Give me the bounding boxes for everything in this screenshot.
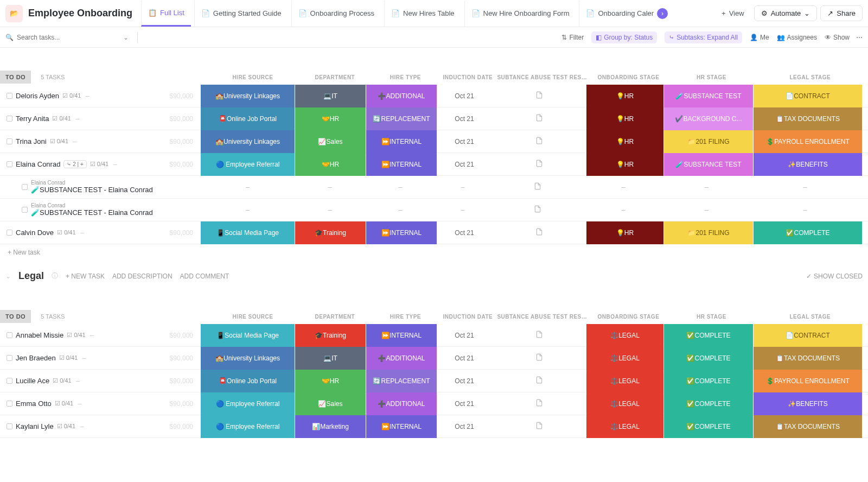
hr-stage-pill[interactable]: ✅COMPLETE	[664, 370, 753, 392]
automate-button[interactable]: ⚙ Automate ⌄	[754, 5, 818, 21]
col-hire-source[interactable]: HIRE SOURCE	[206, 74, 299, 80]
onboarding-stage-pill[interactable]: ⚖️LEGAL	[586, 370, 663, 392]
hire-type-pill[interactable]: 🔄REPLACEMENT	[366, 107, 437, 130]
legal-stage-pill[interactable]: 💲PAYROLL ENROLLMENT	[754, 130, 862, 153]
hire-source-pill[interactable]: 📱Social Media Page	[201, 221, 295, 244]
add-comment-link[interactable]: ADD COMMENT	[180, 272, 229, 280]
onboarding-stage-pill[interactable]: ⚖️LEGAL	[586, 415, 663, 438]
checkbox-icon[interactable]	[7, 423, 12, 429]
department-pill[interactable]: 📊Marketing	[295, 415, 366, 438]
hr-stage-pill[interactable]: ✅COMPLETE	[664, 324, 753, 347]
assignees-button[interactable]: 👥 Assignees	[777, 34, 817, 41]
subtasks-button[interactable]: ⤷ Subtasks: Expand All	[665, 31, 742, 43]
doc-icon[interactable]	[490, 205, 585, 215]
tab-new-hires-table[interactable]: 📄 New Hires Table	[384, 1, 461, 27]
table-row[interactable]: Kaylani Lyle ☑ 0/41 – $90,000 🔵 Employee…	[0, 415, 868, 438]
onboarding-stage-pill[interactable]: ⚖️LEGAL	[586, 347, 663, 370]
checkbox-icon[interactable]	[7, 138, 12, 144]
folder-icon[interactable]: 📂	[5, 5, 23, 22]
onboarding-stage-pill[interactable]: 💡HR	[586, 221, 663, 244]
info-icon[interactable]: ⓘ	[52, 271, 58, 281]
table-row[interactable]: Annabel Missie ☑ 0/41 – $90,000 📱Social …	[0, 324, 868, 347]
new-task-button[interactable]: + New task	[0, 244, 868, 261]
doc-icon[interactable]	[490, 182, 585, 192]
substance-test-doc-icon[interactable]	[492, 91, 586, 101]
hire-source-pill[interactable]: 🔵 Employee Referral	[201, 392, 295, 415]
legal-stage-pill[interactable]: 📋TAX DOCUMENTS	[754, 347, 862, 370]
department-pill[interactable]: 💻IT	[295, 85, 366, 107]
induction-date[interactable]: Oct 21	[437, 161, 492, 168]
hire-type-pill[interactable]: ➕ADDITIONAL	[366, 392, 437, 415]
hr-stage-pill[interactable]: ✅COMPLETE	[664, 347, 753, 370]
search-input[interactable]	[17, 34, 104, 41]
me-button[interactable]: 👤 Me	[750, 34, 769, 41]
task-name[interactable]: Kaylani Lyle	[16, 422, 54, 430]
department-pill[interactable]: 🤝HR	[295, 370, 366, 392]
col-hire-type[interactable]: HIRE TYPE	[370, 74, 441, 80]
task-name[interactable]: Terry Anita	[16, 115, 49, 123]
legal-stage-pill[interactable]: 📄CONTRACT	[754, 85, 862, 107]
checkbox-icon[interactable]	[7, 116, 12, 122]
col-onboarding-stage[interactable]: ONBOARDING STAGE	[590, 314, 667, 320]
hr-stage-pill[interactable]: ✅COMPLETE	[664, 392, 753, 415]
col-department[interactable]: DEPARTMENT	[299, 314, 370, 320]
status-chip[interactable]: TO DO	[0, 71, 31, 84]
hire-type-pill[interactable]: ⏩INTERNAL	[366, 221, 437, 244]
subtask-row[interactable]: Elaina Conrad 🧪SUBSTANCE TEST - Elaina C…	[0, 176, 868, 199]
onboarding-stage-pill[interactable]: 💡HR	[586, 85, 663, 107]
induction-date[interactable]: Oct 21	[437, 92, 492, 100]
onboarding-stage-pill[interactable]: 💡HR	[586, 107, 663, 130]
substance-test-doc-icon[interactable]	[492, 353, 586, 363]
legal-stage-pill[interactable]: 📄CONTRACT	[754, 324, 862, 347]
table-row[interactable]: Trina Joni ☑ 0/41 – $90,000 🏫University …	[0, 130, 868, 153]
checkbox-icon[interactable]	[7, 93, 12, 99]
section-collapse-icon[interactable]: ⌄	[5, 272, 11, 280]
hire-type-pill[interactable]: ⏩INTERNAL	[366, 324, 437, 347]
tab-getting-started[interactable]: 📄 Getting Started Guide	[194, 1, 288, 27]
checkbox-icon[interactable]	[22, 207, 28, 213]
table-row[interactable]: Elaina Conrad ⤷ 2 | + ☑ 0/41 – $90,000 🔵…	[0, 153, 868, 176]
table-row[interactable]: Jen Braeden ☑ 0/41 – $90,000 🏫University…	[0, 347, 868, 370]
hire-source-pill[interactable]: 📱Social Media Page	[201, 324, 295, 347]
col-induction-date[interactable]: INDUCTION DATE	[441, 314, 495, 320]
checkbox-icon[interactable]	[7, 230, 12, 236]
col-onboarding-stage[interactable]: ONBOARDING STAGE	[590, 74, 667, 80]
hire-source-pill[interactable]: 📮Online Job Portal	[201, 107, 295, 130]
checkbox-icon[interactable]	[22, 184, 28, 190]
task-name[interactable]: Calvin Dove	[16, 229, 54, 237]
hire-type-pill[interactable]: ⏩INTERNAL	[366, 153, 437, 176]
department-pill[interactable]: 🎓Training	[295, 324, 366, 347]
checkbox-icon[interactable]	[7, 161, 12, 167]
tab-full-list[interactable]: 📋 Full List	[141, 1, 191, 27]
hr-stage-pill[interactable]: 📁201 FILING	[664, 130, 753, 153]
checkbox-icon[interactable]	[7, 378, 12, 384]
legal-stage-pill[interactable]: 💲PAYROLL ENROLLMENT	[754, 370, 862, 392]
table-row[interactable]: Terry Anita ☑ 0/41 – $90,000 📮Online Job…	[0, 107, 868, 130]
department-pill[interactable]: 📈Sales	[295, 392, 366, 415]
substance-test-doc-icon[interactable]	[492, 136, 586, 147]
department-pill[interactable]: 🎓Training	[295, 221, 366, 244]
col-legal-stage[interactable]: LEGAL STAGE	[756, 74, 864, 80]
table-row[interactable]: Calvin Dove ☑ 0/41 – $90,000 📱Social Med…	[0, 221, 868, 244]
induction-date[interactable]: Oct 21	[437, 354, 492, 362]
induction-date[interactable]: Oct 21	[437, 400, 492, 408]
substance-test-doc-icon[interactable]	[492, 376, 586, 386]
task-name[interactable]: Annabel Missie	[16, 331, 63, 339]
tab-onboarding-process[interactable]: 📄 Onboarding Process	[291, 1, 381, 27]
col-legal-stage[interactable]: LEGAL STAGE	[756, 314, 864, 320]
col-hr-stage[interactable]: HR STAGE	[667, 314, 756, 320]
hire-type-pill[interactable]: ➕ADDITIONAL	[366, 85, 437, 107]
status-chip[interactable]: TO DO	[0, 310, 31, 323]
hr-stage-pill[interactable]: ✅COMPLETE	[664, 415, 753, 438]
department-pill[interactable]: 📈Sales	[295, 130, 366, 153]
induction-date[interactable]: Oct 21	[437, 229, 492, 237]
task-name[interactable]: Trina Joni	[16, 137, 47, 145]
filter-button[interactable]: ⇅ Filter	[561, 34, 584, 41]
col-hr-stage[interactable]: HR STAGE	[667, 74, 756, 80]
checkbox-icon[interactable]	[7, 401, 12, 407]
hr-stage-pill[interactable]: 🧪SUBSTANCE TEST	[664, 153, 753, 176]
col-induction-date[interactable]: INDUCTION DATE	[441, 74, 495, 80]
induction-date[interactable]: Oct 21	[437, 115, 492, 123]
show-button[interactable]: 👁 Show	[825, 34, 850, 41]
more-icon[interactable]: ⋯	[856, 34, 863, 41]
